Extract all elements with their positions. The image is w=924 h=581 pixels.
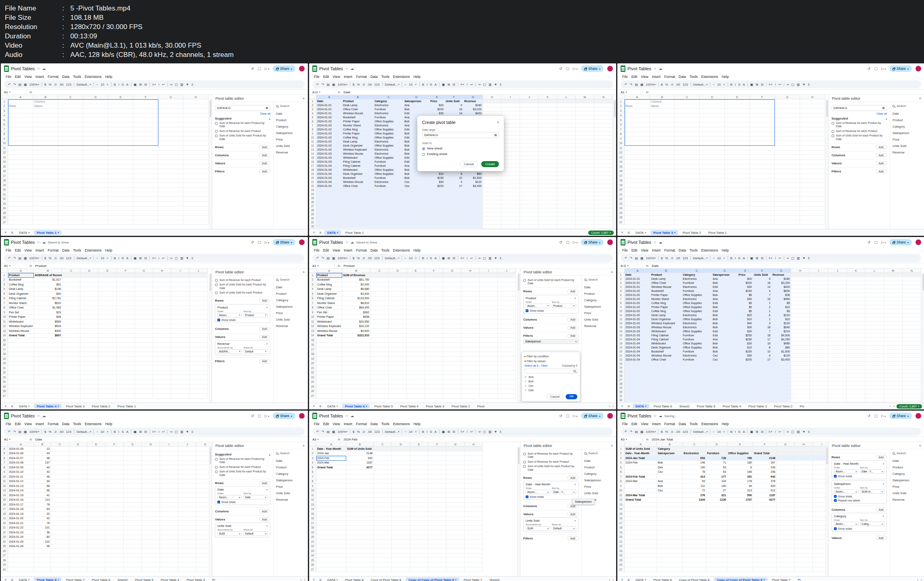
cell[interactable]: 6 <box>727 465 753 470</box>
cell[interactable] <box>108 118 133 123</box>
field-item-salesperson[interactable]: Salesperson <box>276 130 305 136</box>
cell[interactable]: Office Supplies <box>374 132 404 136</box>
cell[interactable] <box>828 281 847 285</box>
cell[interactable]: Wireless Mouse <box>342 152 374 156</box>
cell[interactable]: 18 <box>753 325 772 329</box>
cell[interactable] <box>117 380 135 385</box>
cell[interactable]: 41 <box>34 493 51 498</box>
cell[interactable] <box>124 507 142 512</box>
cell[interactable] <box>657 563 683 568</box>
data-range-field[interactable]: DATA!A:G⊞ <box>215 105 270 111</box>
vertical-scrollbar[interactable] <box>209 273 212 403</box>
row-header[interactable]: 5 <box>1 292 8 296</box>
cell[interactable]: Bookshelf <box>650 350 682 354</box>
cell[interactable] <box>520 200 539 204</box>
cell[interactable]: Bob <box>712 313 738 317</box>
cell[interactable]: 2024-01-02 <box>625 309 650 313</box>
cell[interactable] <box>884 325 903 329</box>
cell[interactable] <box>183 192 208 197</box>
field-item-revenue[interactable]: Revenue <box>892 496 922 503</box>
cell[interactable] <box>775 178 800 183</box>
cell[interactable] <box>410 558 428 563</box>
cell[interactable] <box>429 192 445 196</box>
field-item-revenue[interactable]: Revenue <box>584 323 614 329</box>
select-all-corner[interactable] <box>617 442 625 447</box>
cell[interactable]: Furniture <box>374 115 404 120</box>
row-header[interactable]: 27 <box>617 378 625 382</box>
strikethrough-icon[interactable]: S <box>430 430 432 434</box>
column-header[interactable]: A <box>625 268 650 273</box>
cell[interactable] <box>410 456 428 461</box>
cell[interactable] <box>520 212 539 216</box>
cell[interactable] <box>8 384 34 389</box>
cell[interactable] <box>775 164 800 169</box>
cell[interactable] <box>443 371 461 375</box>
vertical-align-icon[interactable]: ↕ <box>466 430 468 434</box>
sheet-tab-pivot-table-4[interactable]: Pivot Table 4 <box>397 404 421 409</box>
cell[interactable]: $362 <box>342 310 370 315</box>
cell[interactable] <box>501 111 520 115</box>
cell[interactable] <box>87 507 105 512</box>
cell[interactable] <box>903 398 921 402</box>
cell[interactable] <box>34 338 62 343</box>
cell[interactable] <box>153 310 171 315</box>
cell[interactable] <box>903 297 921 301</box>
cell[interactable] <box>480 306 498 310</box>
horizontal-align-icon[interactable]: ≡▾ <box>769 430 772 434</box>
row-header[interactable]: 16 <box>309 343 316 348</box>
row-header[interactable]: 10 <box>617 141 625 146</box>
cell[interactable] <box>87 563 105 568</box>
row-header[interactable]: 4 <box>617 113 625 118</box>
horizontal-align-icon[interactable]: ≡▾ <box>152 256 156 260</box>
cell[interactable] <box>51 539 69 544</box>
cell[interactable] <box>465 544 483 549</box>
cell[interactable] <box>557 111 576 115</box>
cell[interactable] <box>847 285 865 289</box>
cell[interactable] <box>791 354 810 358</box>
cell[interactable] <box>87 516 105 521</box>
cell[interactable] <box>461 343 480 348</box>
vertical-align-icon[interactable]: ↕ <box>466 83 468 86</box>
cell[interactable] <box>80 273 99 278</box>
cell[interactable] <box>117 366 135 371</box>
cell[interactable] <box>189 319 208 324</box>
cell[interactable] <box>160 554 178 558</box>
cell[interactable] <box>557 136 576 140</box>
cell[interactable] <box>700 169 725 174</box>
cell[interactable] <box>429 204 445 208</box>
cell[interactable] <box>461 306 480 310</box>
cell[interactable] <box>425 352 443 357</box>
row-header[interactable]: 22 <box>309 371 316 375</box>
cell[interactable] <box>87 461 105 466</box>
cell[interactable] <box>370 273 389 278</box>
cell[interactable] <box>183 155 208 160</box>
cell[interactable] <box>576 132 594 136</box>
menu-insert[interactable]: Insert <box>34 248 46 253</box>
cell[interactable] <box>501 212 520 216</box>
cell[interactable] <box>443 287 461 292</box>
checkbox-row[interactable]: ✓Show totals <box>834 527 884 530</box>
cell[interactable] <box>791 342 810 346</box>
cell[interactable] <box>683 502 706 507</box>
sheet-tab-copy-of-copy-of-pivot-table-8[interactable]: Copy of Copy of Pivot Table 8▾ <box>406 577 459 581</box>
cell[interactable] <box>725 216 750 220</box>
cell[interactable] <box>8 389 34 394</box>
cell[interactable] <box>847 390 865 394</box>
cell[interactable]: $200 <box>429 184 445 188</box>
cell[interactable] <box>171 333 189 338</box>
cell[interactable] <box>903 346 921 350</box>
cell[interactable] <box>158 188 183 193</box>
cell[interactable]: 2024-01-01 <box>316 103 342 107</box>
cell[interactable] <box>404 200 429 204</box>
cell[interactable] <box>8 127 33 132</box>
cell[interactable] <box>625 118 650 123</box>
cell[interactable] <box>69 521 87 526</box>
cell[interactable] <box>8 118 33 123</box>
comment-history-icon[interactable]: ▢ <box>566 414 570 418</box>
cell[interactable] <box>346 512 374 516</box>
cell[interactable] <box>80 296 99 301</box>
radio-icon[interactable] <box>215 470 218 473</box>
cell[interactable] <box>105 539 124 544</box>
cell[interactable] <box>108 216 133 220</box>
cell[interactable] <box>594 136 613 140</box>
